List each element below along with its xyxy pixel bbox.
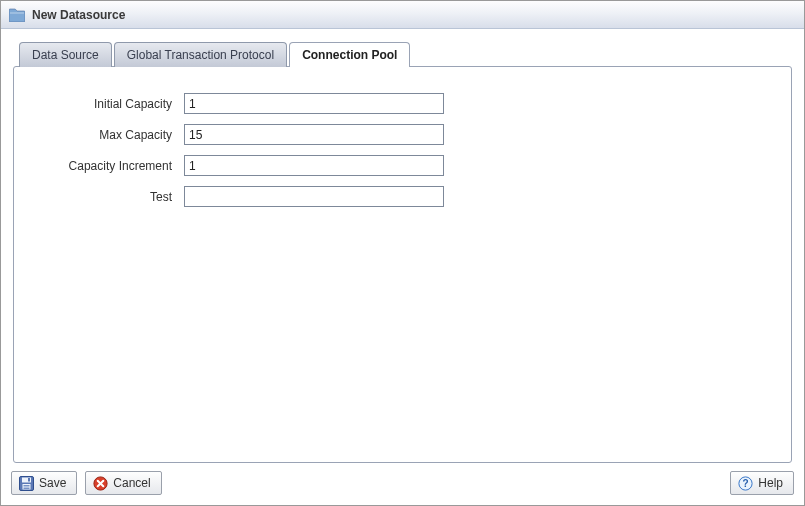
svg-rect-2 bbox=[28, 478, 30, 482]
dialog-body: Data Source Global Transaction Protocol … bbox=[1, 29, 804, 463]
tab-global-transaction-protocol[interactable]: Global Transaction Protocol bbox=[114, 42, 287, 67]
tab-panel-connection-pool: Initial Capacity Max Capacity Capacity I… bbox=[13, 66, 792, 463]
input-max-capacity[interactable] bbox=[184, 124, 444, 145]
cancel-button[interactable]: Cancel bbox=[85, 471, 161, 495]
tab-bar: Data Source Global Transaction Protocol … bbox=[13, 41, 792, 66]
dialog-window: New Datasource Data Source Global Transa… bbox=[0, 0, 805, 506]
input-test[interactable] bbox=[184, 186, 444, 207]
save-label: Save bbox=[39, 476, 66, 490]
titlebar: New Datasource bbox=[1, 1, 804, 29]
folder-icon bbox=[9, 7, 25, 23]
row-initial-capacity: Initial Capacity bbox=[34, 93, 771, 114]
row-capacity-increment: Capacity Increment bbox=[34, 155, 771, 176]
row-max-capacity: Max Capacity bbox=[34, 124, 771, 145]
input-capacity-increment[interactable] bbox=[184, 155, 444, 176]
tab-data-source[interactable]: Data Source bbox=[19, 42, 112, 67]
cancel-icon bbox=[92, 475, 108, 491]
svg-text:?: ? bbox=[742, 478, 748, 489]
help-label: Help bbox=[758, 476, 783, 490]
help-button[interactable]: ? Help bbox=[730, 471, 794, 495]
tab-connection-pool[interactable]: Connection Pool bbox=[289, 42, 410, 67]
window-title: New Datasource bbox=[32, 8, 125, 22]
save-button[interactable]: Save bbox=[11, 471, 77, 495]
save-icon bbox=[18, 475, 34, 491]
row-test: Test bbox=[34, 186, 771, 207]
input-initial-capacity[interactable] bbox=[184, 93, 444, 114]
label-test: Test bbox=[34, 190, 184, 204]
label-initial-capacity: Initial Capacity bbox=[34, 97, 184, 111]
label-max-capacity: Max Capacity bbox=[34, 128, 184, 142]
footer-bar: Save Cancel ? Help bbox=[1, 463, 804, 505]
help-icon: ? bbox=[737, 475, 753, 491]
label-capacity-increment: Capacity Increment bbox=[34, 159, 184, 173]
cancel-label: Cancel bbox=[113, 476, 150, 490]
